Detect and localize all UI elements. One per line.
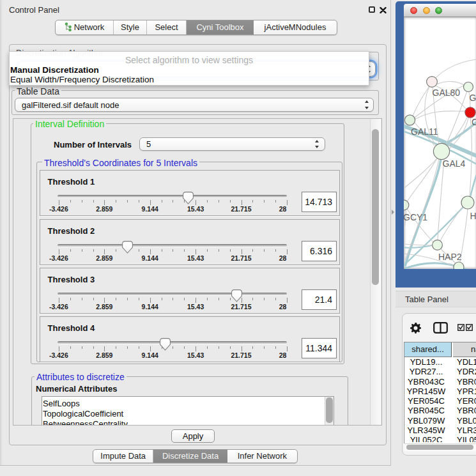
svg-text:GAL4: GAL4 xyxy=(443,158,466,169)
svg-text:GAL11: GAL11 xyxy=(411,127,438,137)
svg-text:GCY1: GCY1 xyxy=(404,212,427,222)
svg-text:H: H xyxy=(470,211,476,221)
svg-text:C: C xyxy=(472,117,476,127)
svg-text:GAL80: GAL80 xyxy=(433,88,461,98)
svg-text:GAL: GAL xyxy=(469,93,476,103)
svg-text:HAP2: HAP2 xyxy=(438,252,462,262)
